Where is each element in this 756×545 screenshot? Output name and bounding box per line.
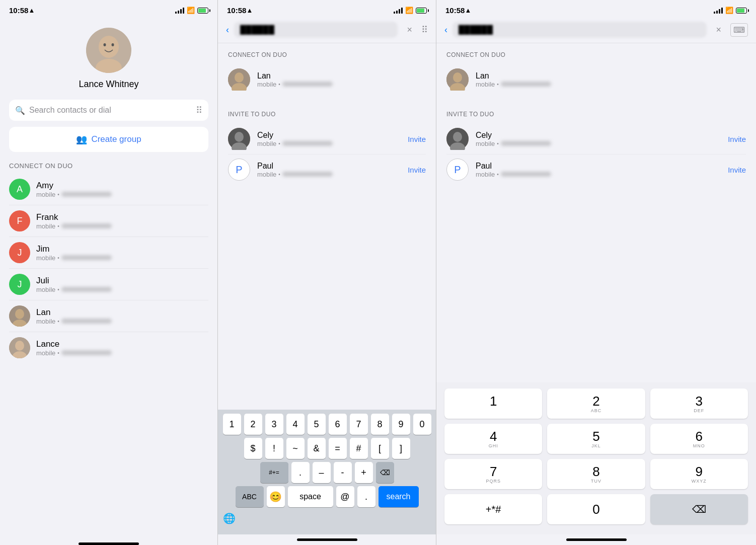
key-abc[interactable]: ABC [236, 486, 264, 507]
dial-num-0: 0 [592, 503, 599, 516]
key-at[interactable]: @ [336, 486, 354, 507]
contact-number-cely-3 [501, 141, 551, 146]
panel-2-header: ‹ ██████ × ⠿ [218, 18, 436, 43]
contacts-list: A Amy mobile • F Frank mobile • [0, 174, 217, 538]
create-group-button[interactable]: 👥 Create group [9, 127, 208, 152]
dial-key-9[interactable]: 9 WXYZ [650, 459, 748, 489]
invite-cely-button-2[interactable]: Invite [408, 135, 426, 143]
back-button-2[interactable]: ‹ [226, 25, 229, 35]
signal-bar-2 [178, 11, 179, 14]
contact-sub-frank: mobile • [36, 222, 208, 230]
dial-num-7: 7 [490, 465, 497, 478]
key-endash[interactable]: – [313, 462, 331, 483]
key-0[interactable]: 0 [413, 414, 431, 435]
key-tilde[interactable]: ~ [286, 438, 305, 459]
key-4[interactable]: 4 [286, 414, 305, 435]
key-6[interactable]: 6 [329, 414, 347, 435]
globe-icon[interactable]: 🌐 [223, 512, 236, 524]
dial-key-8[interactable]: 8 TUV [547, 459, 645, 489]
close-button-2[interactable]: × [407, 25, 412, 35]
key-emoji[interactable]: 😊 [267, 486, 285, 507]
dial-key-5[interactable]: 5 JKL [547, 424, 645, 454]
dial-key-backspace[interactable]: ⌫ [650, 494, 748, 524]
contact-name-juli: Juli [36, 276, 208, 286]
contact-sub-lance: mobile • [36, 349, 208, 357]
back-button-3[interactable]: ‹ [444, 25, 447, 35]
header-search-bar-2[interactable]: ██████ [234, 22, 398, 38]
contact-item-frank[interactable]: F Frank mobile • [9, 205, 208, 237]
dialpad-toggle-2[interactable]: ⠿ [421, 24, 428, 35]
key-lbracket[interactable]: [ [371, 438, 389, 459]
key-period[interactable]: . [357, 486, 375, 507]
key-5[interactable]: 5 [308, 414, 326, 435]
avatar-svg-lan [9, 305, 30, 327]
dialpad-grid: 1 2 ABC 3 DEF 4 GHI 5 JKL [444, 388, 748, 524]
contact-item-lance[interactable]: Lance mobile • [9, 332, 208, 363]
contact-item-lan[interactable]: Lan mobile • [9, 300, 208, 332]
connect-label-3: CONNECT ON DUO [446, 51, 746, 58]
key-equals[interactable]: = [329, 438, 347, 459]
contact-row-lan-3[interactable]: Lan mobile • [446, 64, 746, 95]
contact-number-lan-3 [501, 82, 551, 87]
key-3[interactable]: 3 [265, 414, 283, 435]
dial-key-2[interactable]: 2 ABC [547, 388, 645, 419]
contact-avatar-cely-3 [446, 128, 469, 150]
contact-name-paul-2: Paul [257, 162, 401, 171]
key-8[interactable]: 8 [371, 414, 389, 435]
key-7[interactable]: 7 [350, 414, 368, 435]
contact-row-cely-3[interactable]: Cely mobile • Invite [446, 124, 746, 154]
home-indicator-2 [297, 538, 357, 541]
grid-icon[interactable]: ⠿ [196, 105, 202, 116]
battery-icon-2 [416, 8, 427, 14]
contact-name-cely-2: Cely [257, 131, 401, 140]
contact-sub-paul-2: mobile • [257, 171, 401, 178]
key-minus[interactable]: - [334, 462, 352, 483]
key-amp[interactable]: & [308, 438, 326, 459]
key-dot[interactable]: . [291, 462, 310, 483]
dial-key-7[interactable]: 7 PQRS [444, 459, 542, 489]
dial-special-label: +*# [486, 504, 501, 515]
key-1[interactable]: 1 [223, 414, 241, 435]
invite-cely-button-3[interactable]: Invite [728, 135, 746, 143]
keyboard-toggle-3[interactable]: ⌨ [730, 23, 748, 37]
profile-name: Lance Whitney [79, 79, 138, 90]
dial-key-0[interactable]: 0 [547, 494, 645, 524]
battery-icon-3 [736, 8, 747, 14]
contact-info-cely-3: Cely mobile • [476, 131, 721, 147]
panel-3-content: CONNECT ON DUO Lan mobile • [436, 43, 756, 382]
dial-key-6[interactable]: 6 MNO [650, 424, 748, 454]
dial-letters-6: MNO [693, 443, 705, 448]
contact-row-lan-2[interactable]: Lan mobile • [228, 64, 426, 95]
key-hash[interactable]: # [350, 438, 368, 459]
contact-sub-paul-3: mobile • [476, 171, 721, 178]
contact-item-jim[interactable]: J Jim mobile • [9, 237, 208, 269]
header-search-bar-3[interactable]: ██████ [452, 22, 707, 38]
key-2[interactable]: 2 [244, 414, 262, 435]
key-symbols-toggle[interactable]: #+= [260, 462, 288, 483]
key-space[interactable]: space [288, 486, 333, 507]
dial-key-4[interactable]: 4 GHI [444, 424, 542, 454]
contact-row-paul-3[interactable]: P Paul mobile • Invite [446, 154, 746, 185]
dial-key-1[interactable]: 1 [444, 388, 542, 419]
key-rbracket[interactable]: ] [392, 438, 410, 459]
dial-key-3[interactable]: 3 DEF [650, 388, 748, 419]
key-backspace[interactable]: ⌫ [376, 462, 394, 483]
invite-paul-button-3[interactable]: Invite [728, 166, 746, 174]
key-9[interactable]: 9 [392, 414, 410, 435]
contact-name-lan-2: Lan [257, 71, 426, 81]
key-dollar[interactable]: $ [244, 438, 262, 459]
contact-row-paul-2[interactable]: P Paul mobile • Invite [228, 154, 426, 185]
dial-key-special[interactable]: +*# [444, 494, 542, 524]
search-bar[interactable]: 🔍 Search contacts or dial ⠿ [9, 100, 208, 121]
contact-row-cely-2[interactable]: Cely mobile • Invite [228, 124, 426, 154]
key-search[interactable]: search [379, 486, 419, 507]
key-excl[interactable]: ! [265, 438, 283, 459]
contact-item-amy[interactable]: A Amy mobile • [9, 174, 208, 205]
close-button-3[interactable]: × [716, 25, 721, 35]
invite-paul-button-2[interactable]: Invite [408, 166, 426, 174]
contact-info-lance: Lance mobile • [36, 339, 208, 357]
contact-avatar-amy: A [9, 179, 30, 200]
dial-letters-2: ABC [591, 408, 602, 413]
key-plus[interactable]: + [355, 462, 373, 483]
contact-item-juli[interactable]: J Juli mobile • [9, 269, 208, 300]
